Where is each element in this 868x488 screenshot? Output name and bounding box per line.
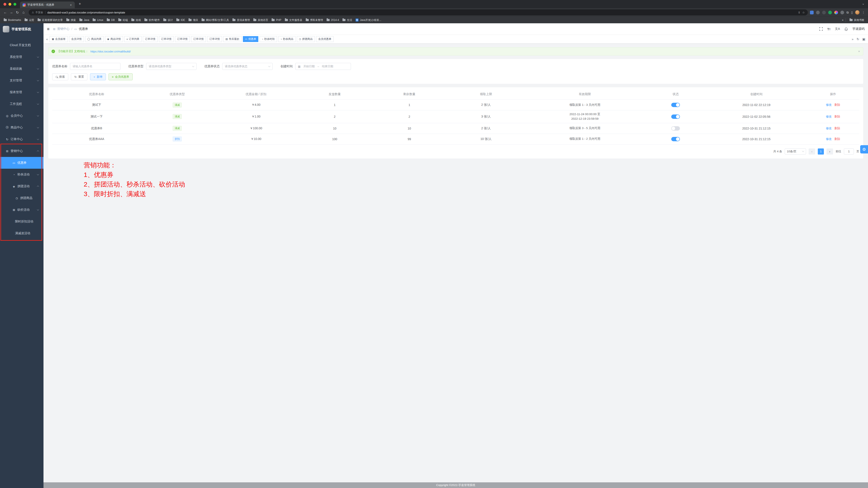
tab-order-detail-2[interactable]: 订单详情 [159,36,174,42]
refresh-icon: ↻ [74,75,77,79]
chevron-down-icon [37,173,39,175]
member-coupon-button[interactable]: ≡ 会员优惠券 [108,74,133,80]
sidebar-item-label: 拼团商品 [20,196,32,200]
tab-close-icon[interactable]: × [69,3,72,7]
minimize-window-button[interactable] [8,3,11,6]
close-window-button[interactable] [3,3,6,6]
search-button[interactable]: 搜索 [52,74,68,80]
sidebar-item-label: 支付管理 [10,79,22,83]
tab-order-list[interactable]: ≡订单列表 [124,36,142,42]
bookmark-link[interactable]: BJava开发|小组首... [354,18,383,23]
bookmark-folder[interactable]: 运营 [23,18,36,23]
bookmark-folder[interactable]: 文件服务器 [283,18,304,23]
address-bar[interactable]: ⚠ 不安全 dashboard-vue3.yudao.iocoder.cn/pr… [29,9,434,16]
bookmark-folder[interactable]: 近期需要读的文章 [36,18,64,23]
sidebar-item-groupon[interactable]: ◈拼团活动 [0,180,43,192]
bookmark-label: Java开发|小组首... [360,18,381,22]
hamburger-icon[interactable]: ≡ [47,27,50,32]
browser-tab[interactable]: 芋道管理系统 - 优惠券 × [20,2,75,8]
tab-product-detail[interactable]: ◉商品详情 [105,36,123,42]
tab-member-coupon[interactable]: 会员优惠券 [316,36,334,42]
bookmark-folder[interactable]: 项目 [187,18,199,23]
tab-order-detail-5[interactable]: 订单详情 [207,36,222,42]
sidebar-item-member-center[interactable]: ◎会员中心 [0,110,43,122]
browser-toolbar: ← → ↻ ⌂ ⚠ 不安全 dashboard-vue3.yudao.iocod… [0,8,434,17]
bookmark-folder[interactable]: 资讯未整理 [231,18,251,23]
sidebar-item-marketing-center[interactable]: ⊞营销中心 [0,145,43,157]
notice-doc-link[interactable]: https://doc.iocoder.cn/mall/build/ [90,50,131,53]
app-logo-area[interactable]: 芋道管理系统 [0,23,43,35]
coupon-status-select[interactable]: 请选择优惠券状态 [222,63,273,70]
tab-groupon-product[interactable]: ◷拼团商品 [297,36,315,42]
bookmark-folder[interactable]: 生活 [341,18,353,23]
tab-seckill-product[interactable]: ◔秒杀商品 [278,36,296,42]
tab-seckill-time[interactable]: ◔秒杀时段 [259,36,277,42]
bookmark-folder[interactable]: 其他语言 [252,18,270,23]
tab-coupon[interactable]: ▭优惠券 [243,36,258,42]
sidebar-item-report[interactable]: 报表管理 [0,86,43,98]
sidebar-item-time-discount[interactable]: 限时折扣活动 [0,216,43,227]
security-indicator[interactable]: ⚠ 不安全 [32,11,43,15]
sidebar-item-product-center[interactable]: Ⓟ商品中心 [0,122,43,134]
tab-member-detail[interactable]: 会员详情 [69,36,84,42]
bookmark-folder[interactable]: Java [78,18,91,22]
sidebar-item-groupon-product[interactable]: ◷拼团商品 [0,192,43,204]
home-icon[interactable]: ⌂ [21,10,27,15]
search-icon [56,76,58,78]
product-icon: Ⓟ [5,125,9,130]
sidebar-item-infra[interactable]: 基础设施 [0,63,43,75]
bookmark-folder[interactable]: 网站/博客/文章/工具 [200,18,230,23]
bookmark-folder[interactable]: 游戏 [130,18,143,23]
tags-scroll-left-icon[interactable]: « [46,37,48,41]
tab-order-detail-1[interactable]: 订单详情 [143,36,158,42]
bookmark-folder[interactable]: IDE [175,18,187,22]
coupon-name-input[interactable]: 请输入优惠券名 [70,63,120,70]
tab-aftersale[interactable]: ▤售后退款 [223,36,241,42]
new-tab-button[interactable]: + [79,2,81,6]
tab-order-detail-4[interactable]: 订单详情 [191,36,206,42]
reload-icon[interactable]: ↻ [14,10,21,15]
sidebar-item-label: 商品中心 [11,125,23,130]
sidebar-item-full-reduction[interactable]: 满减送活动 [0,227,43,239]
sidebar-item-order-center[interactable]: ↻订单中心 [0,134,43,145]
sidebar-item-workflow[interactable]: 工作流程 [0,98,43,110]
bookmark-folder[interactable]: Linux [91,18,105,22]
coupon-icon: ▭ [12,161,16,165]
forward-icon[interactable]: → [8,10,14,15]
tab-product-list[interactable]: ◯商品列表 [85,36,104,42]
sidebar-item-cloud-docs[interactable]: Cloud 开发文档 [0,39,43,51]
folder-icon [25,19,28,21]
bookmark-folder[interactable]: 前端 [117,18,129,23]
tab-order-detail-3[interactable]: 订单详情 [175,36,190,42]
sidebar-item-system[interactable]: 系统管理 [0,51,43,63]
sidebar-item-seckill[interactable]: ◔秒杀活动 [0,169,43,180]
bookmark-folder[interactable]: 设计 [162,18,175,23]
sidebar-item-payment[interactable]: 支付管理 [0,75,43,86]
folder-icon [118,19,121,21]
chevron-up-icon [37,186,39,188]
tab-label: 订单详情 [193,37,204,41]
sidebar-item-bargain[interactable]: ⊠砍价活动 [0,204,43,216]
tab-member-tag[interactable]: ▣会员标签 [50,36,68,42]
bookmark-folder[interactable]: PHP [270,18,283,22]
bookmark-folder[interactable]: 博客未整理 [304,18,324,23]
bookmark-folder[interactable]: 软件/硬件 [143,18,161,23]
tab-label: 会员详情 [71,37,82,41]
bookmark-folder[interactable]: Bookmarks [2,18,23,22]
bookmark-folder[interactable]: 2014-4 [325,18,341,22]
zoom-window-button[interactable] [13,3,16,6]
breadcrumb-separator: / [71,27,72,31]
reset-button[interactable]: ↻ 重置 [71,74,87,80]
sidebar-item-coupon[interactable]: ▭优惠券 [0,157,43,169]
coupon-name-cell: 测试下 [52,101,141,109]
add-button[interactable]: + 新增 [90,74,106,80]
back-icon[interactable]: ← [2,10,8,15]
issued-cell: 1 [298,102,371,108]
start-date-placeholder: 开始日期 [303,64,315,68]
bookmark-folder[interactable]: DB [105,18,116,22]
coupon-type-select[interactable]: 请选择优惠券类型 [146,63,196,70]
create-time-range-picker[interactable]: ▦ 开始日期 – 结束日期 [295,63,351,70]
breadcrumb-parent[interactable]: 营销中心 [57,27,69,31]
bookmark-folder[interactable]: 搜索 [65,18,78,23]
page-content: ✓ 【功能开启】文档地址： https://doc.iocoder.cn/mal… [43,43,434,244]
